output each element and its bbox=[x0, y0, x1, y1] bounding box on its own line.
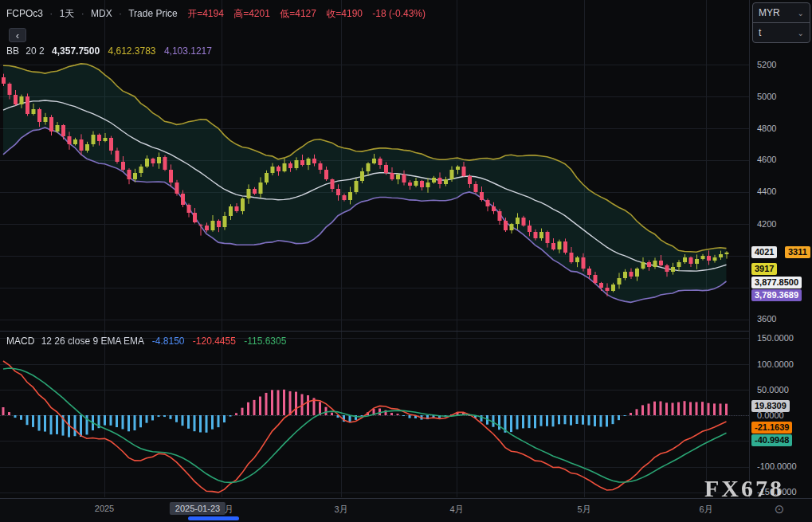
exchange-label: MDX bbox=[91, 8, 112, 19]
currency-select[interactable]: MYR ⌄ bbox=[753, 3, 810, 22]
time-axis[interactable]: 2025 2025-01-23 月 3月 4月 5月 6月 ⊙ bbox=[0, 498, 812, 522]
separator-dot: · bbox=[81, 8, 84, 19]
macd-tick: 100.0000 bbox=[757, 359, 794, 370]
bb-upper-value: 4,612.3783 bbox=[108, 45, 155, 57]
time-label: 3月 bbox=[334, 504, 347, 516]
time-label: 2025 bbox=[95, 504, 114, 513]
ohlc-low: 低=4127 bbox=[280, 8, 316, 19]
macd-indicator-row[interactable]: MACD 12 26 close 9 EMA EMA -4.8150 -120.… bbox=[6, 336, 286, 347]
secondary-price-badge: 3311 bbox=[785, 246, 810, 258]
chevron-down-icon: ⌄ bbox=[798, 29, 804, 37]
price-tick: 5000 bbox=[757, 91, 776, 102]
symbol-info-bar: FCPOc3 · 1天 · MDX · Trade Price 开=4194 高… bbox=[6, 7, 426, 21]
bb-basis-badge: 3,877.8500 bbox=[751, 277, 802, 288]
crosshair-date-badge: 2025-01-23 bbox=[170, 502, 226, 515]
time-label: 5月 bbox=[577, 504, 590, 516]
bb-name: BB bbox=[6, 45, 19, 57]
currency-value: MYR bbox=[759, 7, 780, 18]
scroll-to-realtime-button[interactable]: ⊙ bbox=[771, 501, 787, 517]
scrollbar-thumb[interactable] bbox=[188, 516, 239, 520]
macd-tick: 50.0000 bbox=[757, 384, 789, 395]
symbol-name[interactable]: FCPOc3 bbox=[6, 8, 43, 19]
bb-indicator-row[interactable]: BB 20 2 4,357.7500 4,612.3783 4,103.1217 bbox=[6, 45, 212, 57]
ohlc-change: -18 (-0.43%) bbox=[372, 8, 426, 19]
chevron-down-icon: ⌄ bbox=[798, 9, 804, 18]
bb-lower-badge: 3,789.3689 bbox=[751, 289, 802, 301]
price-tick: 4800 bbox=[757, 123, 776, 134]
series-type-label: Trade Price bbox=[128, 8, 178, 19]
macd-name: MACD bbox=[6, 336, 34, 347]
price-axis[interactable]: 5200 5000 4800 4600 4400 4200 3600 4021 … bbox=[749, 0, 812, 498]
back-button[interactable]: ‹ bbox=[9, 28, 26, 42]
price-tick: 5200 bbox=[757, 59, 776, 70]
trading-chart-app: FCPOc3 · 1天 · MDX · Trade Price 开=4194 高… bbox=[0, 0, 812, 522]
ohlc-high: 高=4201 bbox=[233, 8, 270, 19]
time-label: 4月 bbox=[449, 504, 463, 516]
macd-hist-value: -4.8150 bbox=[152, 336, 185, 347]
separator-dot: · bbox=[119, 8, 122, 19]
macd-hist-badge: 19.8309 bbox=[751, 400, 790, 412]
time-label: 6月 bbox=[699, 504, 712, 516]
price-tick: 4400 bbox=[757, 186, 776, 197]
unit-select[interactable]: t ⌄ bbox=[753, 22, 810, 42]
unit-value: t bbox=[759, 27, 761, 38]
macd-signal-badge: -40.9948 bbox=[751, 434, 792, 446]
macd-tick: -100.0000 bbox=[757, 461, 797, 472]
ohlc-open: 开=4194 bbox=[187, 8, 224, 19]
last-price-badge: 4021 bbox=[751, 246, 777, 258]
price-tick: 4600 bbox=[757, 154, 776, 165]
target-icon: ⊙ bbox=[775, 502, 785, 516]
price-tick: 4200 bbox=[757, 218, 776, 230]
ohlc-close: 收=4190 bbox=[326, 8, 363, 19]
price-tick: 3600 bbox=[757, 313, 776, 324]
bb-upper-badge: 3917 bbox=[751, 263, 777, 275]
price-chart-canvas[interactable] bbox=[0, 0, 749, 498]
back-icon: ‹ bbox=[16, 29, 19, 41]
bb-basis-value: 4,357.7500 bbox=[52, 45, 100, 57]
bb-params: 20 2 bbox=[25, 45, 44, 57]
macd-params: 12 26 close 9 EMA EMA bbox=[41, 336, 144, 347]
interval-label[interactable]: 1天 bbox=[60, 8, 75, 19]
macd-line-value: -120.4455 bbox=[193, 336, 236, 347]
currency-unit-panel: MYR ⌄ t ⌄ bbox=[752, 2, 810, 43]
separator-dot: · bbox=[49, 8, 53, 19]
macd-signal-value: -115.6305 bbox=[244, 336, 286, 347]
macd-line-badge: -21.1639 bbox=[751, 422, 792, 434]
time-label: 月 bbox=[225, 504, 233, 516]
macd-tick: 150.0000 bbox=[757, 332, 794, 343]
bb-lower-value: 4,103.1217 bbox=[164, 45, 212, 57]
